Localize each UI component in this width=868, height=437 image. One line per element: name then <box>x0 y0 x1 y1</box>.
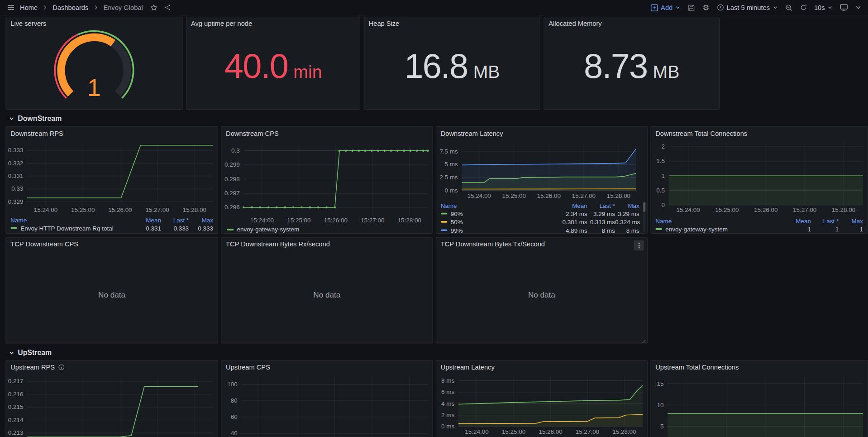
panel-title[interactable]: Downstream CPS <box>226 130 279 137</box>
legend-row[interactable]: envoy-gateway-system 1 1 1 <box>655 225 863 233</box>
downstream-cps-chart[interactable]: 0.30.2990.2980.2970.29615:24:0015:25:001… <box>223 142 431 224</box>
series-swatch <box>441 213 448 215</box>
zoom-out-icon[interactable] <box>785 4 792 11</box>
panel-title[interactable]: Upstream Total Connections <box>655 363 739 371</box>
legend-header-mean[interactable]: Mean <box>780 217 811 224</box>
panel-upstream-latency: Upstream Latency 8 ms6 ms4 ms2 ms0 ms15:… <box>436 360 648 437</box>
stat-number: 16.8 <box>404 49 467 84</box>
panel-title[interactable]: Allocated Memory <box>548 20 601 28</box>
refresh-interval-picker[interactable]: 10s <box>814 4 833 11</box>
svg-text:15:25:00: 15:25:00 <box>502 192 526 199</box>
breadcrumb-current: Envoy Global <box>103 4 143 11</box>
panel-title[interactable]: Upstream RPS <box>10 363 65 371</box>
svg-text:7.5 ms: 7.5 ms <box>439 148 458 155</box>
legend-row[interactable]: 50% 0.301 ms 0.313 ms 0.324 ms <box>441 218 639 226</box>
upstream-total-connections-chart[interactable]: 1510515:24:0015:25:0015:26:0015:27:0015:… <box>652 374 866 437</box>
legend-row[interactable]: 99% 4.89 ms 8 ms 8 ms <box>441 226 639 234</box>
row-header-upstream[interactable]: UpStream <box>9 348 52 356</box>
legend-header-max[interactable]: Max <box>839 217 863 224</box>
upstream-latency-chart[interactable]: 8 ms6 ms4 ms2 ms0 ms15:24:0015:25:0015:2… <box>437 374 646 436</box>
svg-text:15: 15 <box>657 380 664 387</box>
panel-title[interactable]: TCP Downstream Bytes Rx/second <box>226 240 330 248</box>
downstream-latency-chart[interactable]: 7.5 ms5 ms2.5 ms0 ms15:24:0015:25:0015:2… <box>437 142 641 200</box>
time-range-label: Last 5 minutes <box>727 4 770 11</box>
legend-header-last[interactable]: Last * <box>161 216 189 223</box>
svg-text:15:26:00: 15:26:00 <box>324 217 348 224</box>
svg-text:15:24:00: 15:24:00 <box>34 206 57 213</box>
svg-text:15:26:00: 15:26:00 <box>108 206 132 213</box>
panel-avg-uptime: Avg uptime per node 40.0 min <box>186 17 360 110</box>
legend-table: Name Mean Last * Max envoy-gateway-syste… <box>655 216 863 233</box>
breadcrumb-dashboards[interactable]: Dashboards <box>52 4 88 11</box>
legend-header-name[interactable]: Name <box>10 216 130 223</box>
panel-title[interactable]: Live servers <box>10 20 46 28</box>
row-header-downstream[interactable]: DownStream <box>9 114 62 122</box>
panel-title[interactable]: Upstream Latency <box>441 363 495 371</box>
monitor-icon[interactable] <box>840 3 848 11</box>
legend-table: Name Mean Last * Max Envoy HTTP Downstre… <box>10 216 213 232</box>
panel-title[interactable]: Downstream Total Connections <box>655 130 747 137</box>
scrollbar-thumb[interactable] <box>643 202 645 212</box>
svg-text:15:27:00: 15:27:00 <box>572 192 596 199</box>
legend-header-name[interactable]: Name <box>441 202 557 209</box>
chevron-down-icon[interactable] <box>855 5 861 10</box>
legend-header-mean[interactable]: Mean <box>556 202 587 209</box>
svg-text:1.5: 1.5 <box>656 158 665 164</box>
save-dashboard-icon[interactable] <box>687 4 695 11</box>
legend-table: Name Mean Last * Max 90% 2.34 ms 3.29 ms… <box>441 201 639 234</box>
legend-row[interactable]: Envoy HTTP Downstream Rq total 0.331 0.3… <box>10 224 213 232</box>
svg-text:0.5: 0.5 <box>656 187 665 194</box>
svg-text:15:24:00: 15:24:00 <box>467 192 491 199</box>
downstream-rps-chart[interactable]: 0.3330.3320.3310.330.32915:24:0015:25:00… <box>7 142 216 214</box>
downstream-total-connections-chart[interactable]: 21.510.5015:24:0015:25:0015:26:0015:27:0… <box>652 140 866 214</box>
panel-title[interactable]: TCP Downstream CPS <box>10 240 78 248</box>
legend-header-row: Name Mean Last * Max <box>655 216 863 225</box>
svg-text:15:27:00: 15:27:00 <box>361 217 384 224</box>
legend-row[interactable]: 90% 2.34 ms 3.29 ms 3.29 ms <box>441 209 639 217</box>
upstream-cps-chart[interactable]: 10080604015:24:0015:25:0015:26:0015:27:0… <box>223 374 431 437</box>
time-range-picker[interactable]: Last 5 minutes <box>717 4 778 11</box>
no-data-message: No data <box>436 238 647 343</box>
legend-header-name[interactable]: Name <box>655 217 780 224</box>
upstream-rps-chart[interactable]: 0.2170.2160.2150.2140.21315:24:0015:25:0… <box>7 374 216 437</box>
breadcrumb-home[interactable]: Home <box>20 4 38 11</box>
panel-title[interactable]: Downstream RPS <box>10 130 63 137</box>
svg-text:0 ms: 0 ms <box>441 423 454 430</box>
panel-resize-handle[interactable] <box>641 337 646 342</box>
add-button[interactable]: Add <box>650 4 680 11</box>
hamburger-menu-icon[interactable] <box>7 3 15 11</box>
panel-downstream-total-connections: Downstream Total Connections 21.510.5015… <box>650 126 868 234</box>
legend-header-max[interactable]: Max <box>189 216 213 223</box>
legend-header-mean[interactable]: Mean <box>130 216 161 223</box>
legend-scrollbar[interactable] <box>643 202 645 232</box>
legend-item[interactable]: envoy-gateway-system <box>227 226 300 233</box>
chevron-right-icon <box>93 5 98 10</box>
settings-gear-icon[interactable]: ⚙ <box>702 4 709 11</box>
svg-text:15:25:00: 15:25:00 <box>287 217 310 224</box>
panel-title[interactable]: Heap Size <box>369 20 400 28</box>
svg-text:40: 40 <box>231 430 238 437</box>
panel-title[interactable]: TCP Downstream Bytes Tx/Second <box>441 240 545 248</box>
svg-text:0.217: 0.217 <box>8 378 24 384</box>
panel-upstream-total-connections: Upstream Total Connections 1510515:24:00… <box>650 360 868 437</box>
svg-text:15:26:00: 15:26:00 <box>537 192 561 199</box>
legend-header-row: Name Mean Last * Max <box>441 201 639 209</box>
stat-number: 40.0 <box>224 49 288 84</box>
panel-downstream-rps: Downstream RPS 0.3330.3320.3310.330.3291… <box>5 126 218 234</box>
info-icon[interactable] <box>58 364 65 371</box>
star-icon[interactable] <box>150 4 158 11</box>
svg-text:6 ms: 6 ms <box>441 389 454 395</box>
panel-title[interactable]: Upstream CPS <box>226 363 270 371</box>
legend-header-max[interactable]: Max <box>615 202 639 209</box>
panel-title[interactable]: Avg uptime per node <box>191 20 252 28</box>
panel-title[interactable]: Downstream Latency <box>441 130 503 137</box>
svg-text:15:27:00: 15:27:00 <box>576 428 599 435</box>
svg-text:2: 2 <box>662 143 665 150</box>
row-header-label: UpStream <box>18 348 52 356</box>
legend-header-last[interactable]: Last * <box>811 217 839 224</box>
panel-menu-kebab-icon[interactable] <box>634 240 644 250</box>
panel-downstream-latency: Downstream Latency 7.5 ms5 ms2.5 ms0 ms1… <box>436 126 648 234</box>
refresh-icon[interactable] <box>800 4 807 11</box>
legend-header-last[interactable]: Last * <box>587 202 615 209</box>
share-icon[interactable] <box>164 4 171 11</box>
